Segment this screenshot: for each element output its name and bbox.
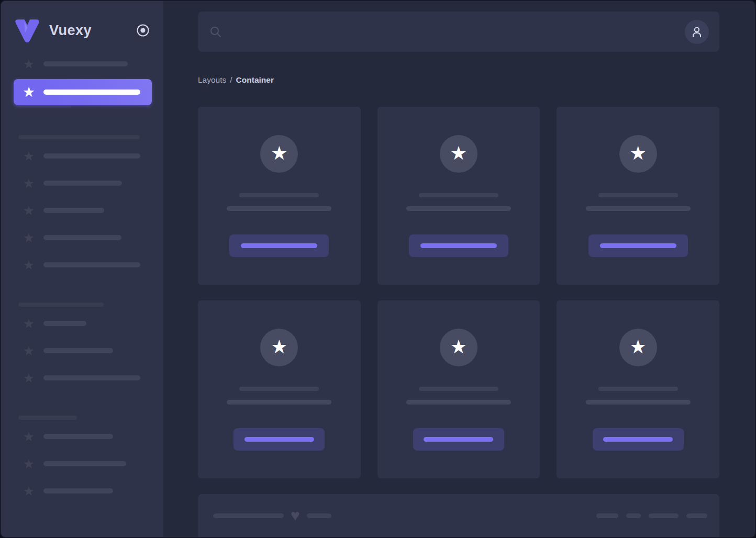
card-title-bar <box>598 193 678 197</box>
breadcrumb: Layouts / Container <box>198 75 719 85</box>
sidebar-item-active[interactable]: ★ <box>14 79 152 105</box>
card-title-bar <box>239 193 319 197</box>
card-subtitle-bar <box>227 400 331 405</box>
card-title-bar <box>419 387 498 391</box>
sidebar-item-label-bar <box>43 348 113 353</box>
star-icon: ★ <box>450 338 467 358</box>
sidebar-item-label-bar <box>43 61 128 66</box>
card-avatar-circle: ★ <box>260 329 298 366</box>
sidebar-item-label-bar <box>43 461 126 466</box>
sidebar-item[interactable]: ★ <box>14 150 152 162</box>
card-avatar-circle: ★ <box>260 135 298 173</box>
footer-left-bar <box>213 513 284 518</box>
card-title-bar <box>419 193 498 197</box>
heart-icon[interactable]: ♥ <box>291 509 300 522</box>
footer-panel: ♥ <box>198 494 719 537</box>
sidebar-item[interactable]: ★ <box>14 204 152 217</box>
card-title-bar <box>598 387 678 391</box>
card-title-bar <box>239 387 319 391</box>
card-avatar-circle: ★ <box>440 135 477 173</box>
footer-right-bar <box>649 513 679 518</box>
star-icon: ★ <box>22 58 36 70</box>
sidebar-item[interactable]: ★ <box>14 177 152 189</box>
placeholder-card: ★ <box>198 300 361 478</box>
button-label-bar <box>244 437 314 442</box>
button-label-bar <box>600 243 676 248</box>
star-icon: ★ <box>22 430 36 443</box>
vuexy-logo-icon <box>14 18 41 43</box>
card-action-button[interactable] <box>234 428 325 451</box>
sidebar-item-label-bar <box>43 153 140 159</box>
sidebar-item[interactable]: ★ <box>14 430 152 443</box>
sidebar-section-header-bar <box>18 416 77 420</box>
sidebar-item-label-bar <box>43 488 113 494</box>
placeholder-card: ★ <box>198 107 361 285</box>
app-window: Vuexy ★ ★ ★ ★ ★ ★ ★ ★ ★ ★ ★ <box>0 0 756 538</box>
button-label-bar <box>424 437 493 442</box>
topbar <box>198 12 719 52</box>
sidebar-item-label-bar <box>43 208 104 213</box>
search-icon <box>209 26 222 38</box>
brand-title: Vuexy <box>49 23 92 39</box>
star-icon: ★ <box>22 150 36 162</box>
star-icon: ★ <box>22 457 36 470</box>
card-subtitle-bar <box>406 206 511 211</box>
star-icon: ★ <box>22 259 36 271</box>
sidebar-item-label-bar <box>43 89 140 95</box>
card-avatar-circle: ★ <box>619 329 657 366</box>
placeholder-card: ★ <box>557 300 719 478</box>
button-label-bar <box>241 243 317 248</box>
sidebar-item[interactable]: ★ <box>14 259 152 271</box>
star-icon: ★ <box>22 177 36 189</box>
star-icon: ★ <box>271 338 287 358</box>
star-icon: ★ <box>22 317 36 330</box>
placeholder-card: ★ <box>557 107 719 285</box>
main-content: Layouts / Container ★ ★ ★ ★ <box>163 1 755 537</box>
star-icon: ★ <box>630 338 647 358</box>
card-avatar-circle: ★ <box>440 329 477 366</box>
star-icon: ★ <box>22 372 36 384</box>
breadcrumb-section[interactable]: Layouts <box>198 75 226 85</box>
card-action-button[interactable] <box>413 428 504 451</box>
sidebar-item[interactable]: ★ <box>14 344 152 357</box>
button-label-bar <box>603 437 673 442</box>
sidebar-item[interactable]: ★ <box>14 372 152 384</box>
search-input[interactable] <box>209 26 685 38</box>
sidebar-item[interactable]: ★ <box>14 457 152 470</box>
sidebar-item[interactable]: ★ <box>14 58 152 70</box>
card-action-button[interactable] <box>593 428 684 451</box>
card-action-button[interactable] <box>229 234 329 257</box>
footer-left-small-bar <box>307 513 331 518</box>
sidebar-item-label-bar <box>43 262 140 267</box>
sidebar-item[interactable]: ★ <box>14 317 152 330</box>
star-icon: ★ <box>22 344 36 357</box>
card-action-button[interactable] <box>409 234 508 257</box>
sidebar-item-label-bar <box>43 434 113 439</box>
placeholder-card: ★ <box>377 107 540 285</box>
button-label-bar <box>420 243 497 248</box>
sidebar-item-label-bar <box>43 321 86 326</box>
person-icon <box>690 25 704 39</box>
footer-right-bar <box>626 513 641 518</box>
sidebar-item[interactable]: ★ <box>14 485 152 497</box>
star-icon: ★ <box>22 86 36 98</box>
placeholder-card: ★ <box>377 300 540 478</box>
sidebar-section-header-bar <box>18 302 104 307</box>
sidebar-nav: ★ ★ ★ ★ ★ ★ ★ ★ ★ ★ ★ ★ ★ <box>14 58 152 512</box>
user-avatar-button[interactable] <box>685 20 709 44</box>
star-icon: ★ <box>450 144 467 164</box>
star-icon: ★ <box>22 485 36 497</box>
footer-left-group: ♥ <box>213 509 331 522</box>
card-subtitle-bar <box>586 206 691 211</box>
footer-right-group <box>596 509 707 522</box>
star-icon: ★ <box>22 204 36 217</box>
card-action-button[interactable] <box>588 234 688 257</box>
sidebar-item[interactable]: ★ <box>14 231 152 244</box>
card-grid: ★ ★ ★ ★ ★ <box>198 107 719 478</box>
card-subtitle-bar <box>406 400 511 405</box>
sidebar-item-label-bar <box>43 375 140 380</box>
menu-pin-toggle-icon[interactable] <box>136 24 150 37</box>
sidebar: Vuexy ★ ★ ★ ★ ★ ★ ★ ★ ★ ★ ★ <box>1 1 163 537</box>
footer-right-bar <box>686 513 707 518</box>
card-subtitle-bar <box>227 206 331 211</box>
